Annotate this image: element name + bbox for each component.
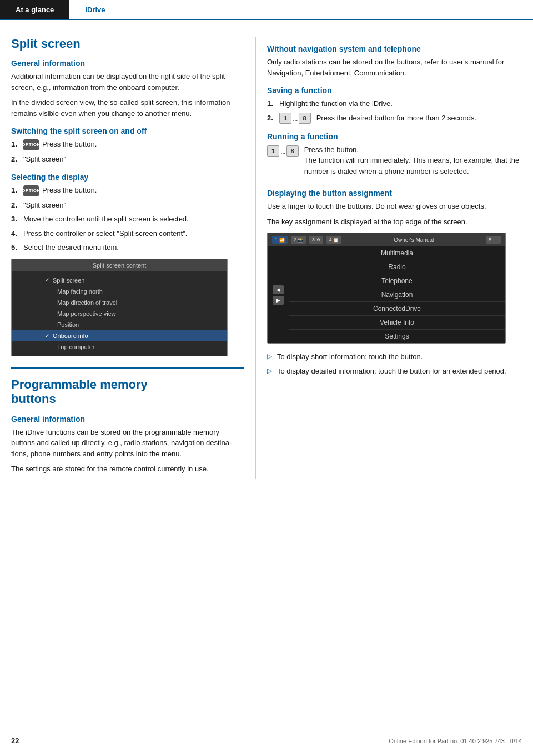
selecting-step4: 4. Press the controller or select "Split… xyxy=(11,228,244,239)
split-screen-title: Split screen xyxy=(11,37,244,51)
display-screen-mock: 1 📶 2 📸 3 ⚙ 4 📋 Owner's Manual 5 — ◀ ▶ M… xyxy=(267,233,506,344)
bullet-detailed-info: ▷ To display detailed information: touch… xyxy=(267,366,522,377)
general-info-heading-left: General information xyxy=(11,59,244,68)
header-btn-2: 2 📸 xyxy=(291,236,306,244)
nav-left-arrows: ◀ ▶ xyxy=(268,246,289,343)
header-owners-manual: Owner's Manual xyxy=(345,237,482,243)
display-menu-radio: Radio xyxy=(289,260,505,274)
section-divider xyxy=(11,367,244,369)
running-section: Running a function 1 ... 8 Press the but… xyxy=(267,132,522,182)
screen-content-header: Split screen content xyxy=(12,259,227,271)
menu-item-map-north: Map facing north xyxy=(12,286,227,297)
running-para2: The function will run immediately. This … xyxy=(304,155,522,177)
nav-arrow-right: ▶ xyxy=(273,296,284,305)
footer: 22 Online Edition for Part no. 01 40 2 9… xyxy=(0,737,533,745)
without-nav-heading: Without navigation system and telephone xyxy=(267,44,522,53)
selecting-step1: 1. OPTION Press the button. xyxy=(11,185,244,196)
display-menu-telephone: Telephone xyxy=(289,274,505,288)
displaying-section: Displaying the button assignment Use a f… xyxy=(267,189,522,376)
switching-step2: 2. "Split screen" xyxy=(11,154,244,165)
split-screen-menu: ✓ Split screen Map facing north Map dire… xyxy=(12,271,227,356)
saving-step2: 2. 1 ... 8 Press the desired button for … xyxy=(267,113,522,124)
menu-item-trip-computer: Trip computer xyxy=(12,341,227,352)
display-screen-header: 1 📶 2 📸 3 ⚙ 4 📋 Owner's Manual 5 — xyxy=(268,233,505,246)
selecting-step2: 2. "Split screen" xyxy=(11,200,244,211)
header-tabs: At a glance iDrive xyxy=(0,0,533,20)
display-menu-multimedia: Multimedia xyxy=(289,246,505,260)
bullet-short-info: ▷ To display short information: touch th… xyxy=(267,351,522,362)
saving-heading: Saving a function xyxy=(267,86,522,95)
header-btn-1: 1 📶 xyxy=(272,236,288,244)
display-menu-list: Multimedia Radio Telephone Navigation Co… xyxy=(289,246,505,343)
menu-item-split-screen: ✓ Split screen xyxy=(12,275,227,286)
saving-step1: 1. Highlight the function via the iDrive… xyxy=(267,98,522,109)
tab-idrive[interactable]: iDrive xyxy=(69,0,120,19)
menu-item-position: Position xyxy=(12,319,227,330)
footer-text: Online Edition for Part no. 01 40 2 925 … xyxy=(389,738,522,744)
arrow-icon-2: ▷ xyxy=(267,366,277,376)
without-nav-section: Without navigation system and telephone … xyxy=(267,44,522,78)
display-menu-navigation: Navigation xyxy=(289,288,505,302)
programmable-section: Programmable memory buttons General info… xyxy=(11,377,244,475)
displaying-heading: Displaying the button assignment xyxy=(267,189,522,198)
running-heading: Running a function xyxy=(267,132,522,141)
split-screen-mock-image: Split screen content ✓ Split screen Map … xyxy=(11,259,228,356)
prog-general-info-para2: The settings are stored for the remote c… xyxy=(11,463,244,475)
main-content: Split screen General information Additio… xyxy=(0,20,533,490)
displaying-para1: Use a finger to touch the buttons. Do no… xyxy=(267,201,522,212)
option-button-icon-2: OPTION xyxy=(23,185,39,196)
switching-step1: 1. OPTION Press the button. xyxy=(11,139,244,150)
running-content: 1 ... 8 Press the button. The function w… xyxy=(267,144,522,182)
displaying-para2: The key assignment is displayed at the t… xyxy=(267,216,522,228)
display-menu-settings: Settings xyxy=(289,330,505,343)
selecting-heading: Selecting the display xyxy=(11,173,244,182)
header-btn-4: 4 📋 xyxy=(326,236,342,244)
display-menu-connecteddrive: ConnectedDrive xyxy=(289,302,505,316)
menu-item-map-direction: Map direction of travel xyxy=(12,297,227,308)
saving-list: 1. Highlight the function via the iDrive… xyxy=(267,98,522,124)
display-menu-vehicle-info: Vehicle Info xyxy=(289,316,505,330)
running-para1: Press the button. xyxy=(304,144,522,155)
selecting-list: 1. OPTION Press the button. 2. "Split sc… xyxy=(11,185,244,253)
split-screen-section: Split screen General information Additio… xyxy=(11,37,244,356)
displaying-bullets: ▷ To display short information: touch th… xyxy=(267,351,522,376)
display-menu-nav: ◀ ▶ Multimedia Radio Telephone Navigatio… xyxy=(268,246,505,343)
right-column: Without navigation system and telephone … xyxy=(255,37,522,479)
switching-heading: Switching the split screen on and off xyxy=(11,127,244,135)
page-number: 22 xyxy=(11,737,19,745)
menu-item-onboard-info: ✓ Onboard info xyxy=(12,330,227,341)
header-btn-5: 5 — xyxy=(486,236,501,244)
option-button-icon-1: OPTION xyxy=(23,139,39,150)
programmable-title: Programmable memory buttons xyxy=(11,377,244,407)
prog-general-info-para1: The iDrive functions can be stored on th… xyxy=(11,427,244,460)
saving-section: Saving a function 1. Highlight the funct… xyxy=(267,86,522,124)
general-info-para1: Additional information can be displayed … xyxy=(11,71,244,93)
general-info-para2: In the divided screen view, the so-calle… xyxy=(11,97,244,119)
tab-at-glance[interactable]: At a glance xyxy=(0,0,69,19)
selecting-step5: 5. Select the desired menu item. xyxy=(11,242,244,253)
switching-list: 1. OPTION Press the button. 2. "Split sc… xyxy=(11,139,244,165)
without-nav-para: Only radio stations can be stored on the… xyxy=(267,57,522,78)
menu-item-map-perspective: Map perspective view xyxy=(12,308,227,319)
selecting-step3: 3. Move the controller until the split s… xyxy=(11,214,244,225)
prog-general-info-heading: General information xyxy=(11,415,244,424)
arrow-icon-1: ▷ xyxy=(267,351,277,361)
memory-btn-icon-run: 1 ... 8 xyxy=(267,145,300,157)
memory-btn-icon-save: 1 ... 8 xyxy=(279,113,312,124)
nav-arrow-left: ◀ xyxy=(273,285,284,294)
header-btn-3: 3 ⚙ xyxy=(309,236,323,244)
left-column: Split screen General information Additio… xyxy=(11,37,255,479)
